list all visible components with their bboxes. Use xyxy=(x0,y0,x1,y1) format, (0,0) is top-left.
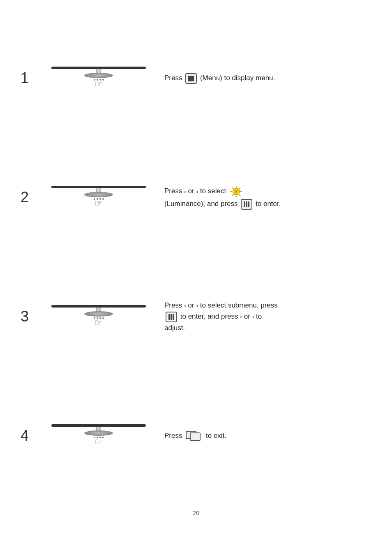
btn-bar xyxy=(168,314,170,320)
stand-1: ☞ xyxy=(86,69,111,90)
btn-bar xyxy=(173,314,174,320)
or-text-3: or xyxy=(244,312,252,320)
step-3-row: 3 Brightness 50 Contrast xyxy=(16,263,376,370)
btn-bar xyxy=(190,76,192,81)
to-text-3: to xyxy=(256,312,262,320)
stand-2: ☞ xyxy=(86,188,111,209)
btn-bar xyxy=(246,201,247,207)
chevron-right-2: › xyxy=(196,302,198,309)
exit-button-icon xyxy=(186,430,202,442)
stand-hand: ☞ xyxy=(95,317,103,328)
menu-button-icon-3 xyxy=(166,312,177,322)
to-enter-text-3: to enter, and press xyxy=(180,312,240,320)
step-1-number: 1 xyxy=(16,69,33,87)
btn-bar xyxy=(188,76,190,81)
step-4-monitor: 🖥 📁 👤 📷 📦 🔍 ✕ ○ ↵ xyxy=(45,424,152,447)
step-2-instruction: Press ‹ or › to select xyxy=(164,181,376,214)
instruction-text-1: (Menu) to display menu. xyxy=(200,74,275,82)
luminance-icon xyxy=(230,185,243,198)
stand-base xyxy=(84,73,113,78)
page: 1 🖥 📁 👤 📷 📦 🔍 ✕ ○ ↵ xyxy=(0,0,392,555)
press-label-3: Press xyxy=(164,301,184,309)
chevron-right-1: › xyxy=(196,188,198,195)
step-2-row: 2 🖥 📁 👤 📷 📦 🔍 ✕ ○ ↵ xyxy=(16,144,376,251)
btn-bar xyxy=(244,201,245,207)
stand-base xyxy=(84,430,113,436)
press-label-1: Press xyxy=(164,74,184,82)
luminance-svg xyxy=(230,185,243,198)
step-4-number: 4 xyxy=(16,427,33,444)
chevron-left-3: ‹ xyxy=(240,314,242,320)
press-label-4: Press xyxy=(164,432,184,439)
chevron-left-1: ‹ xyxy=(184,188,186,195)
btn-bar xyxy=(171,314,172,320)
stand-3: ☞ xyxy=(86,308,111,328)
step-3-monitor: Brightness 50 Contrast 45 xyxy=(45,305,152,328)
adjust-text: adjust. xyxy=(164,324,185,332)
submenu-select-text: to select submenu, press xyxy=(200,301,278,309)
step-2-number: 2 xyxy=(16,189,33,206)
or-text-2: or xyxy=(188,301,196,309)
press-label-2: Press xyxy=(164,187,184,195)
stand-hand: ☞ xyxy=(95,79,103,90)
svg-line-8 xyxy=(232,194,233,196)
to-exit-text: to exit. xyxy=(206,432,226,439)
btn-bar xyxy=(248,201,249,207)
step-3-instruction: Press ‹ or › to select submenu, press to… xyxy=(164,296,376,338)
step-1-instruction: Press (Menu) to display menu. xyxy=(164,68,376,88)
to-enter-text-2: to enter. xyxy=(256,200,281,208)
stand-4: ☞ xyxy=(86,427,111,447)
luminance-text: (Luminance), and press xyxy=(164,200,240,208)
svg-line-6 xyxy=(239,194,240,196)
svg-line-5 xyxy=(232,187,233,189)
stand-base xyxy=(84,192,113,197)
svg-line-7 xyxy=(239,187,240,189)
stand-hand: ☞ xyxy=(95,437,103,447)
btn-bar xyxy=(192,76,194,81)
menu-button-icon-2 xyxy=(241,199,252,210)
step-4-row: 4 🖥 📁 👤 📷 📦 🔍 ✕ ○ ↵ xyxy=(16,382,376,489)
stand-hand: ☞ xyxy=(95,198,103,209)
chevron-left-2: ‹ xyxy=(184,302,186,309)
step-2-monitor: 🖥 📁 👤 📷 📦 🔍 ✕ ○ ↵ xyxy=(45,186,152,209)
to-select-text: to select xyxy=(200,187,228,195)
or-text-1: or xyxy=(188,187,196,195)
menu-button-icon-1 xyxy=(185,73,197,84)
page-number: 20 xyxy=(16,510,376,516)
chevron-right-3: › xyxy=(252,314,254,320)
exit-rect2 xyxy=(190,432,201,441)
step-3-number: 3 xyxy=(16,308,33,325)
stand-base xyxy=(84,311,113,317)
step-1-monitor: 🖥 📁 👤 📷 📦 🔍 ✕ ○ ↵ xyxy=(45,67,152,90)
step-4-instruction: Press to exit. xyxy=(164,426,376,446)
step-1-row: 1 🖥 📁 👤 📷 📦 🔍 ✕ ○ ↵ xyxy=(16,25,376,132)
